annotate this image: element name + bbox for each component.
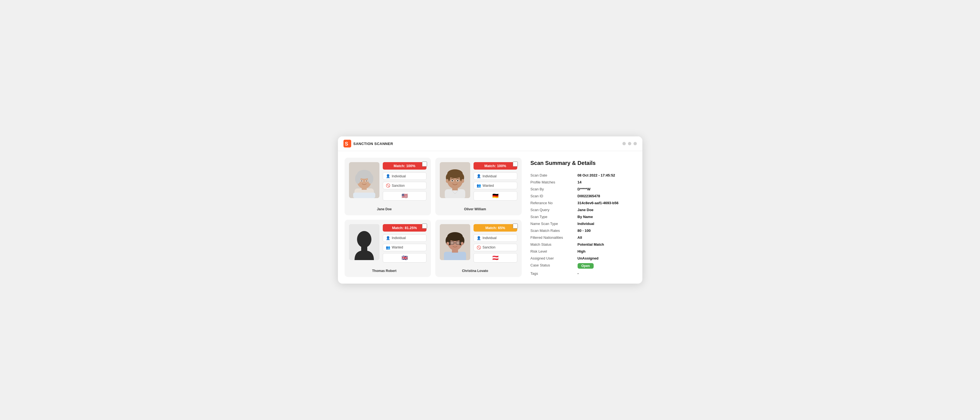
card-christina-lovato-match: Match: 65% <box>474 224 517 232</box>
person-icon-3: 👤 <box>386 236 390 240</box>
svg-rect-13 <box>445 189 465 198</box>
card-oliver-william: Match: 100% 👤 Individual 👥 Wanted 🇩🇪 <box>435 158 522 215</box>
logo: S SANCTION SCANNER <box>344 140 393 148</box>
summary-row-10: Match StatusPotential Match <box>531 241 636 248</box>
summary-value-4: 314c8ev6-aaf1-4693-b56 <box>578 199 636 207</box>
summary-row-6: Scan TypeBy Name <box>531 213 636 220</box>
card-thomas-robert-photo <box>349 224 379 260</box>
summary-value-14: - <box>578 270 636 277</box>
svg-point-46 <box>452 242 452 243</box>
svg-point-20 <box>461 179 464 183</box>
window-controls <box>622 142 637 145</box>
svg-point-23 <box>452 180 453 181</box>
summary-value-9: All <box>578 234 636 241</box>
summary-table: Scan Date08 Oct 2022 - 17:45:52Profile M… <box>531 172 636 277</box>
card-christina-lovato-type: 👤 Individual <box>474 234 517 242</box>
card-oliver-william-category: 👥 Wanted <box>474 182 517 189</box>
card-oliver-william-flag: 🇩🇪 <box>474 191 517 200</box>
window-dot-3 <box>633 142 637 145</box>
case-status-badge: Open <box>578 263 594 269</box>
card-thomas-robert-checkbox[interactable] <box>422 224 427 229</box>
card-jane-doe-photo <box>349 162 379 198</box>
summary-row-11: Risk LevelHigh <box>531 248 636 255</box>
summary-row-14: Tags- <box>531 270 636 277</box>
ban-icon: 🚫 <box>386 183 390 188</box>
card-jane-doe-category: 🚫 Sanction <box>383 182 426 189</box>
svg-rect-29 <box>444 252 466 260</box>
summary-row-8: Scan Match Rates80 - 100 <box>531 227 636 234</box>
window-dot-2 <box>628 142 631 145</box>
card-thomas-robert-match: Match: 81.25% <box>383 224 426 232</box>
logo-icon: S <box>344 140 351 148</box>
svg-point-38 <box>461 242 464 245</box>
summary-label-0: Scan Date <box>531 172 578 179</box>
card-oliver-william-name: Oliver William <box>464 207 486 211</box>
svg-point-24 <box>457 180 458 181</box>
card-jane-doe-checkbox[interactable] <box>422 162 427 167</box>
card-thomas-robert-flag: 🇬🇧 <box>383 253 426 262</box>
svg-point-19 <box>446 179 449 183</box>
card-thomas-robert: Match: 81.25% 👤 Individual 👥 Wanted 🇬🇧 <box>345 220 431 277</box>
summary-label-12: Assigned User <box>531 255 578 262</box>
card-thomas-robert-name: Thomas Robert <box>372 269 396 273</box>
summary-label-7: Name Scan Type <box>531 220 578 227</box>
summary-value-7: Individual <box>578 220 636 227</box>
svg-point-37 <box>446 242 449 245</box>
person-icon-2: 👤 <box>477 174 481 178</box>
card-oliver-william-name-row: Oliver William <box>440 207 511 212</box>
card-jane-doe: Match: 100% 👤 Individual 🚫 Sanction 🇺🇸 <box>345 158 431 215</box>
summary-value-2: D*****W <box>578 186 636 192</box>
person-icon-4: 👤 <box>477 236 481 240</box>
card-oliver-william-tags: Match: 100% 👤 Individual 👥 Wanted 🇩🇪 <box>474 162 517 200</box>
titlebar: S SANCTION SCANNER <box>338 137 642 151</box>
logo-text: SANCTION SCANNER <box>353 142 393 146</box>
window-dot-1 <box>622 142 626 145</box>
cards-grid: Match: 100% 👤 Individual 🚫 Sanction 🇺🇸 <box>345 158 522 277</box>
summary-label-3: Scan ID <box>531 192 578 199</box>
card-christina-lovato-tags: Match: 65% 👤 Individual 🚫 Sanction 🇦🇹 <box>474 224 517 262</box>
summary-value-11: High <box>578 248 636 255</box>
summary-row-13: Case StatusOpen <box>531 262 636 270</box>
card-christina-lovato-category: 🚫 Sanction <box>474 244 517 251</box>
card-oliver-william-checkbox[interactable] <box>513 162 518 167</box>
card-jane-doe-type: 👤 Individual <box>383 172 426 180</box>
summary-value-3: D0022365478 <box>578 192 636 199</box>
card-thomas-robert-name-row: Thomas Robert <box>349 268 420 273</box>
summary-value-5: Jane Doe <box>578 207 636 213</box>
summary-value-0: 08 Oct 2022 - 17:45:52 <box>578 172 636 179</box>
summary-label-4: Referance No <box>531 199 578 207</box>
app-window: S SANCTION SCANNER <box>338 137 642 283</box>
summary-label-5: Scan Query <box>531 207 578 213</box>
card-thomas-robert-category: 👥 Wanted <box>383 244 426 251</box>
summary-row-9: Filtered NationalitiesAll <box>531 234 636 241</box>
card-christina-lovato: Match: 65% 👤 Individual 🚫 Sanction 🇦🇹 <box>435 220 522 277</box>
summary-label-1: Profile Matches <box>531 179 578 186</box>
summary-title: Scan Summary & Details <box>531 160 636 166</box>
summary-row-3: Scan IDD0022365478 <box>531 192 636 199</box>
card-jane-doe-tags: Match: 100% 👤 Individual 🚫 Sanction 🇺🇸 <box>383 162 426 200</box>
svg-point-11 <box>366 180 367 181</box>
card-jane-doe-name-row: Jane Doe <box>349 207 420 212</box>
summary-label-2: Scan By <box>531 186 578 192</box>
svg-rect-12 <box>353 192 375 198</box>
summary-row-2: Scan ByD*****W <box>531 186 636 192</box>
group-icon: 👥 <box>477 183 481 188</box>
card-christina-lovato-flag: 🇦🇹 <box>474 253 517 262</box>
summary-label-13: Case Status <box>531 262 578 270</box>
svg-rect-27 <box>361 246 367 251</box>
svg-point-26 <box>357 231 371 248</box>
card-jane-doe-match: Match: 100% <box>383 162 426 170</box>
svg-point-47 <box>458 242 458 243</box>
summary-value-6: By Name <box>578 213 636 220</box>
svg-point-7 <box>368 174 373 184</box>
summary-label-8: Scan Match Rates <box>531 227 578 234</box>
card-christina-lovato-checkbox[interactable] <box>513 224 518 229</box>
summary-row-12: Assigned UserUnAssigned <box>531 255 636 262</box>
main-content: Match: 100% 👤 Individual 🚫 Sanction 🇺🇸 <box>338 151 642 283</box>
person-icon: 👤 <box>386 174 390 178</box>
summary-label-9: Filtered Nationalities <box>531 234 578 241</box>
card-jane-doe-flag: 🇺🇸 <box>383 191 426 200</box>
group-icon-2: 👥 <box>386 245 390 250</box>
svg-point-6 <box>355 174 361 184</box>
card-thomas-robert-type: 👤 Individual <box>383 234 426 242</box>
